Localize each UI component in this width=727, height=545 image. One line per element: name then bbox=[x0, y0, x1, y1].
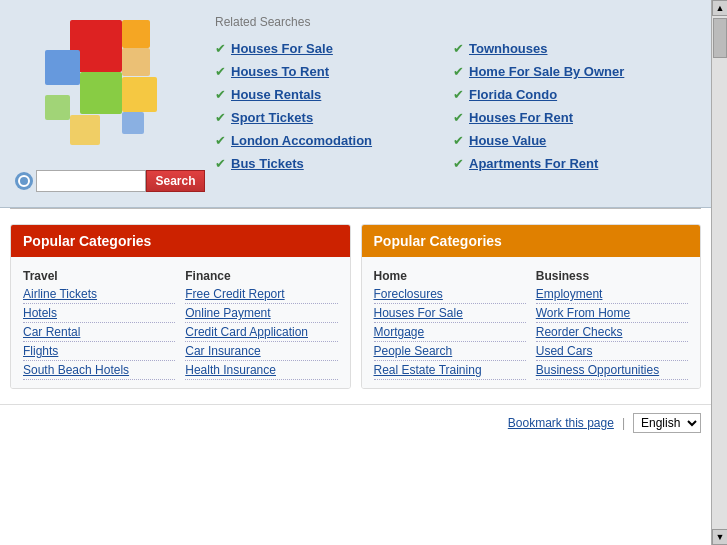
cat-link[interactable]: Free Credit Report bbox=[185, 285, 337, 304]
related-links: ✔Houses For Sale✔Houses To Rent✔House Re… bbox=[215, 37, 691, 175]
footer-divider: | bbox=[622, 416, 625, 430]
related-col-right: ✔Townhouses✔Home For Sale By Owner✔Flori… bbox=[453, 37, 691, 175]
right-cat-header: Popular Categories bbox=[362, 225, 701, 257]
cat-link[interactable]: Houses For Sale bbox=[374, 304, 526, 323]
left-cat-header: Popular Categories bbox=[11, 225, 350, 257]
left-cat-body: TravelAirline TicketsHotelsCar RentalFli… bbox=[11, 257, 350, 388]
check-icon: ✔ bbox=[453, 41, 464, 56]
related-col-left: ✔Houses For Sale✔Houses To Rent✔House Re… bbox=[215, 37, 453, 175]
related-item: ✔London Accomodation bbox=[215, 129, 453, 152]
footer: Bookmark this page | English bbox=[0, 404, 711, 441]
bookmark-link[interactable]: Bookmark this page bbox=[508, 416, 614, 430]
related-item: ✔Florida Condo bbox=[453, 83, 691, 106]
cat-link[interactable]: Health Insurance bbox=[185, 361, 337, 380]
scroll-thumb[interactable] bbox=[713, 18, 727, 58]
related-section: Related Searches ✔Houses For Sale✔Houses… bbox=[205, 15, 691, 175]
related-item: ✔House Value bbox=[453, 129, 691, 152]
related-link[interactable]: House Value bbox=[469, 133, 546, 148]
scrollbar: ▲ ▼ bbox=[711, 0, 727, 545]
cat-column-title: Home bbox=[374, 265, 526, 285]
cat-link[interactable]: Airline Tickets bbox=[23, 285, 175, 304]
search-bar: Search bbox=[15, 170, 204, 192]
cat-link[interactable]: Flights bbox=[23, 342, 175, 361]
cat-link[interactable]: Real Estate Training bbox=[374, 361, 526, 380]
related-link[interactable]: Home For Sale By Owner bbox=[469, 64, 624, 79]
related-item: ✔Home For Sale By Owner bbox=[453, 60, 691, 83]
cat-link[interactable]: Hotels bbox=[23, 304, 175, 323]
scroll-up-button[interactable]: ▲ bbox=[712, 0, 727, 16]
check-icon: ✔ bbox=[215, 87, 226, 102]
related-item: ✔Townhouses bbox=[453, 37, 691, 60]
check-icon: ✔ bbox=[215, 64, 226, 79]
related-link[interactable]: House Rentals bbox=[231, 87, 321, 102]
related-link[interactable]: London Accomodation bbox=[231, 133, 372, 148]
cat-link[interactable]: South Beach Hotels bbox=[23, 361, 175, 380]
check-icon: ✔ bbox=[215, 133, 226, 148]
search-button[interactable]: Search bbox=[146, 170, 204, 192]
cat-link[interactable]: Work From Home bbox=[536, 304, 688, 323]
cat-link[interactable]: Employment bbox=[536, 285, 688, 304]
cat-column: HomeForeclosuresHouses For SaleMortgageP… bbox=[374, 265, 526, 380]
related-item: ✔Sport Tickets bbox=[215, 106, 453, 129]
check-icon: ✔ bbox=[453, 64, 464, 79]
cat-link[interactable]: Car Rental bbox=[23, 323, 175, 342]
related-link[interactable]: Houses For Sale bbox=[231, 41, 333, 56]
check-icon: ✔ bbox=[453, 87, 464, 102]
right-cat-body: HomeForeclosuresHouses For SaleMortgageP… bbox=[362, 257, 701, 388]
related-item: ✔Bus Tickets bbox=[215, 152, 453, 175]
related-link[interactable]: Houses For Rent bbox=[469, 110, 573, 125]
related-item: ✔House Rentals bbox=[215, 83, 453, 106]
related-link[interactable]: Sport Tickets bbox=[231, 110, 313, 125]
check-icon: ✔ bbox=[215, 110, 226, 125]
cat-link[interactable]: Car Insurance bbox=[185, 342, 337, 361]
related-link[interactable]: Houses To Rent bbox=[231, 64, 329, 79]
left-category-box: Popular Categories TravelAirline Tickets… bbox=[10, 224, 351, 389]
cat-link[interactable]: Reorder Checks bbox=[536, 323, 688, 342]
logo-area: Search bbox=[15, 15, 205, 192]
check-icon: ✔ bbox=[453, 133, 464, 148]
cat-link[interactable]: Foreclosures bbox=[374, 285, 526, 304]
check-icon: ✔ bbox=[215, 156, 226, 171]
cat-link[interactable]: Business Opportunities bbox=[536, 361, 688, 380]
related-item: ✔Houses For Rent bbox=[453, 106, 691, 129]
cat-column-title: Business bbox=[536, 265, 688, 285]
cat-column-title: Finance bbox=[185, 265, 337, 285]
related-link[interactable]: Bus Tickets bbox=[231, 156, 304, 171]
cat-column: FinanceFree Credit ReportOnline PaymentC… bbox=[185, 265, 337, 380]
categories-section: Popular Categories TravelAirline Tickets… bbox=[0, 209, 711, 404]
search-icon bbox=[15, 172, 33, 190]
cat-link[interactable]: Mortgage bbox=[374, 323, 526, 342]
related-title: Related Searches bbox=[215, 15, 691, 29]
related-item: ✔Houses For Sale bbox=[215, 37, 453, 60]
check-icon: ✔ bbox=[215, 41, 226, 56]
right-category-box: Popular Categories HomeForeclosuresHouse… bbox=[361, 224, 702, 389]
cat-link[interactable]: Online Payment bbox=[185, 304, 337, 323]
logo-tiles bbox=[40, 15, 180, 155]
check-icon: ✔ bbox=[453, 110, 464, 125]
language-select[interactable]: English bbox=[633, 413, 701, 433]
cat-column: TravelAirline TicketsHotelsCar RentalFli… bbox=[23, 265, 175, 380]
related-item: ✔Houses To Rent bbox=[215, 60, 453, 83]
related-link[interactable]: Florida Condo bbox=[469, 87, 557, 102]
cat-column-title: Travel bbox=[23, 265, 175, 285]
cat-column: BusinessEmploymentWork From HomeReorder … bbox=[536, 265, 688, 380]
cat-link[interactable]: Used Cars bbox=[536, 342, 688, 361]
related-item: ✔Apartments For Rent bbox=[453, 152, 691, 175]
check-icon: ✔ bbox=[453, 156, 464, 171]
scroll-down-button[interactable]: ▼ bbox=[712, 529, 727, 545]
search-input[interactable] bbox=[36, 170, 146, 192]
related-link[interactable]: Apartments For Rent bbox=[469, 156, 598, 171]
cat-link[interactable]: People Search bbox=[374, 342, 526, 361]
related-link[interactable]: Townhouses bbox=[469, 41, 547, 56]
cat-link[interactable]: Credit Card Application bbox=[185, 323, 337, 342]
